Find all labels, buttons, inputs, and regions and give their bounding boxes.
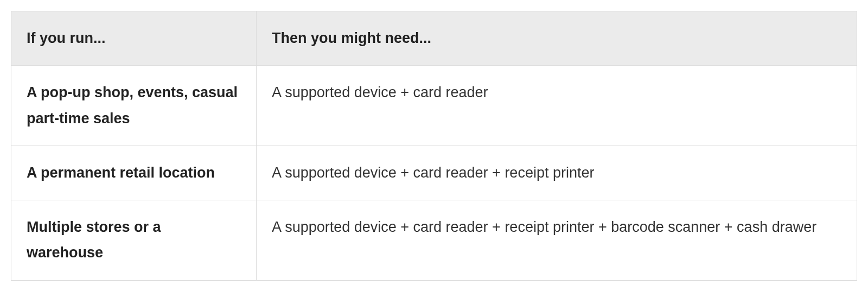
table-cell-value: A supported device + card reader + recei… <box>257 146 857 200</box>
table-cell-label: A permanent retail location <box>11 146 257 200</box>
table-header-col1: If you run... <box>11 11 257 66</box>
table-cell-label: Multiple stores or a warehouse <box>11 200 257 281</box>
table-header-row: If you run... Then you might need... <box>11 11 857 66</box>
hardware-requirements-table: If you run... Then you might need... A p… <box>11 11 857 281</box>
table-cell-value: A supported device + card reader <box>257 66 857 146</box>
table-cell-value: A supported device + card reader + recei… <box>257 200 857 281</box>
table-row: Multiple stores or a warehouse A support… <box>11 200 857 281</box>
table-row: A permanent retail location A supported … <box>11 146 857 200</box>
table-row: A pop-up shop, events, casual part-time … <box>11 66 857 146</box>
table-header-col2: Then you might need... <box>257 11 857 66</box>
table-cell-label: A pop-up shop, events, casual part-time … <box>11 66 257 146</box>
